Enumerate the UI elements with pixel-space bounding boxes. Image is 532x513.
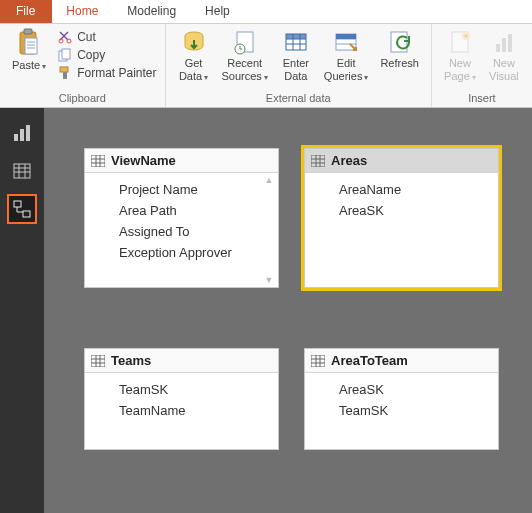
svg-rect-51 xyxy=(91,355,105,367)
entity-areas-body: AreaName AreaSK xyxy=(305,173,498,233)
entity-areas-title: Areas xyxy=(331,153,367,168)
entity-areas-header[interactable]: Areas xyxy=(305,149,498,173)
group-external-label: External data xyxy=(172,90,425,107)
table-icon xyxy=(91,155,105,167)
copy-icon xyxy=(58,48,72,62)
tab-file[interactable]: File xyxy=(0,0,52,23)
new-visual-label: New Visual xyxy=(489,57,519,82)
entity-areas[interactable]: Areas AreaName AreaSK xyxy=(304,148,499,288)
entity-teams-body: TeamSK TeamName xyxy=(85,373,278,433)
entity-viewname-header[interactable]: ViewName xyxy=(85,149,278,173)
paintbrush-icon xyxy=(58,66,72,80)
field[interactable]: TeamName xyxy=(119,400,268,421)
cut-button[interactable]: Cut xyxy=(58,30,156,44)
svg-rect-30 xyxy=(508,34,512,52)
svg-rect-46 xyxy=(311,155,325,167)
refresh-button[interactable]: Refresh xyxy=(374,26,425,72)
svg-rect-31 xyxy=(14,134,18,141)
entity-areatoteam-body: AreaSK TeamSK xyxy=(305,373,498,433)
group-external-data: Get Data Recent Sources Enter Data Edit … xyxy=(166,24,432,107)
svg-rect-56 xyxy=(311,355,325,367)
view-rail xyxy=(0,108,44,513)
menu-tabs: File Home Modeling Help xyxy=(0,0,532,24)
group-clipboard: Paste Cut Copy Format Painter Clipboard xyxy=(0,24,166,107)
get-data-icon xyxy=(180,28,208,56)
group-insert: New Page New Visual Insert xyxy=(432,24,532,107)
copy-button[interactable]: Copy xyxy=(58,48,156,62)
entity-viewname-title: ViewName xyxy=(111,153,176,168)
svg-rect-41 xyxy=(91,155,105,167)
report-view-button[interactable] xyxy=(7,118,37,148)
main-area: ViewName Project Name Area Path Assigned… xyxy=(0,108,532,513)
svg-rect-39 xyxy=(14,201,21,207)
field[interactable]: Assigned To xyxy=(119,221,268,242)
scrollbar[interactable]: ▲▼ xyxy=(262,175,276,285)
svg-rect-24 xyxy=(336,34,356,39)
table-icon xyxy=(91,355,105,367)
model-view-button[interactable] xyxy=(7,194,37,224)
field[interactable]: Area Path xyxy=(119,200,268,221)
edit-queries-icon xyxy=(332,28,360,56)
field[interactable]: AreaSK xyxy=(339,379,488,400)
entity-viewname[interactable]: ViewName Project Name Area Path Assigned… xyxy=(84,148,279,288)
field[interactable]: Project Name xyxy=(119,179,268,200)
format-painter-label: Format Painter xyxy=(77,66,156,80)
table-icon xyxy=(13,162,31,180)
svg-rect-2 xyxy=(25,38,37,54)
field[interactable]: TeamSK xyxy=(119,379,268,400)
svg-point-7 xyxy=(67,39,71,43)
copy-label: Copy xyxy=(77,48,105,62)
model-canvas[interactable]: ViewName Project Name Area Path Assigned… xyxy=(44,108,532,513)
paste-label: Paste xyxy=(12,59,46,72)
entity-teams-title: Teams xyxy=(111,353,151,368)
field[interactable]: AreaSK xyxy=(339,200,488,221)
new-page-button: New Page xyxy=(438,26,482,84)
svg-rect-11 xyxy=(63,72,67,79)
enter-data-button[interactable]: Enter Data xyxy=(274,26,318,84)
tab-modeling[interactable]: Modeling xyxy=(113,0,191,23)
field[interactable]: TeamSK xyxy=(339,400,488,421)
cut-label: Cut xyxy=(77,30,96,44)
recent-sources-button[interactable]: Recent Sources xyxy=(216,26,274,84)
table-icon xyxy=(311,355,325,367)
recent-sources-label: Recent Sources xyxy=(222,57,268,82)
relationship-icon xyxy=(13,200,31,218)
get-data-label: Get Data xyxy=(179,57,208,82)
entity-areatoteam[interactable]: AreaToTeam AreaSK TeamSK xyxy=(304,348,499,450)
entity-teams-header[interactable]: Teams xyxy=(85,349,278,373)
refresh-icon xyxy=(386,28,414,56)
group-insert-label: Insert xyxy=(438,90,526,107)
refresh-label: Refresh xyxy=(380,57,419,70)
entity-viewname-body: Project Name Area Path Assigned To Excep… xyxy=(85,173,278,271)
format-painter-button[interactable]: Format Painter xyxy=(58,66,156,80)
scissors-icon xyxy=(58,30,72,44)
field[interactable]: AreaName xyxy=(339,179,488,200)
edit-queries-label: Edit Queries xyxy=(324,57,369,82)
enter-data-label: Enter Data xyxy=(283,57,309,82)
tab-home[interactable]: Home xyxy=(52,0,113,23)
field[interactable]: Exception Approver xyxy=(119,242,268,263)
new-visual-icon xyxy=(490,28,518,56)
entity-areatoteam-header[interactable]: AreaToTeam xyxy=(305,349,498,373)
paste-button[interactable]: Paste xyxy=(6,26,52,74)
get-data-button[interactable]: Get Data xyxy=(172,26,216,84)
svg-rect-32 xyxy=(20,129,24,141)
ribbon: Paste Cut Copy Format Painter Clipboard xyxy=(0,24,532,108)
data-view-button[interactable] xyxy=(7,156,37,186)
recent-sources-icon xyxy=(231,28,259,56)
svg-rect-40 xyxy=(23,211,30,217)
table-icon xyxy=(311,155,325,167)
tab-help[interactable]: Help xyxy=(191,0,245,23)
new-page-icon xyxy=(446,28,474,56)
svg-rect-29 xyxy=(502,38,506,52)
svg-rect-33 xyxy=(26,125,30,141)
new-visual-button: New Visual xyxy=(482,26,526,84)
entity-teams[interactable]: Teams TeamSK TeamName xyxy=(84,348,279,450)
svg-rect-20 xyxy=(286,34,306,39)
svg-rect-9 xyxy=(62,49,70,59)
enter-data-icon xyxy=(282,28,310,56)
svg-rect-34 xyxy=(14,164,30,178)
group-clipboard-label: Clipboard xyxy=(6,90,159,107)
svg-rect-10 xyxy=(60,67,68,72)
edit-queries-button[interactable]: Edit Queries xyxy=(318,26,375,84)
